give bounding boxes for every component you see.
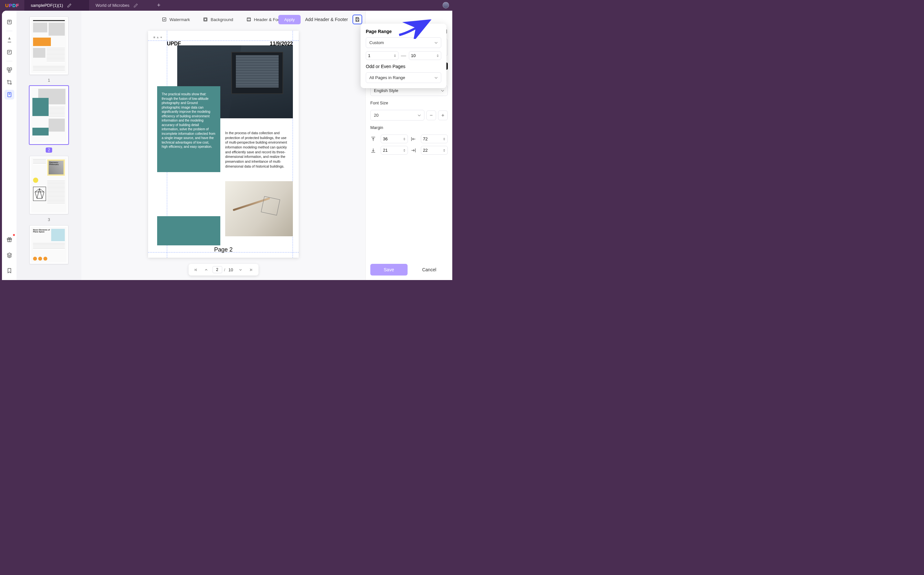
shape-markers: ■ ▲ ●	[153, 35, 162, 39]
margin-left-input[interactable]: 72	[421, 135, 448, 143]
range-dash: —	[401, 53, 406, 59]
chevron-down-icon	[434, 41, 438, 44]
pencil-icon	[67, 3, 71, 8]
bookmark-icon[interactable]	[5, 266, 14, 275]
last-page-button[interactable]	[247, 266, 255, 273]
tool-reader[interactable]	[5, 17, 14, 27]
tab-label: samplePDF(1)(1)	[31, 3, 63, 8]
page-range-title: Page Range	[366, 29, 441, 34]
page-range-mode-select[interactable]: Custom	[366, 37, 441, 48]
background-icon	[203, 17, 208, 22]
titlebar: UPDF samplePDF(1)(1) World of Microbes +	[0, 0, 452, 11]
watermark-tab[interactable]: Watermark	[162, 17, 190, 22]
prev-page-button[interactable]	[202, 266, 210, 273]
font-size-label: Font Size	[370, 100, 448, 105]
thumbnail-page-2[interactable]	[30, 86, 68, 144]
page-preview: ■ ▲ ● UPDF 11/9/2022 The practical resul…	[148, 31, 299, 258]
svg-rect-8	[163, 18, 166, 21]
add-tab-button[interactable]: +	[154, 0, 163, 11]
app-logo: UPDF	[0, 3, 24, 8]
floppy-icon	[355, 17, 360, 22]
tool-organize[interactable]	[5, 65, 14, 75]
header-footer-icon	[246, 17, 251, 22]
apply-button[interactable]: Apply	[278, 15, 301, 24]
background-tab[interactable]: Background	[203, 17, 233, 22]
tab-world-of-microbes[interactable]: World of Microbes	[89, 0, 154, 11]
margin-bottom-icon	[370, 148, 376, 153]
thumbnail-panel: 1 2 Geometric Philosophy 3	[16, 11, 81, 280]
save-template-button[interactable]	[352, 14, 362, 24]
fs-value: 20	[374, 113, 379, 118]
watermark-icon	[162, 17, 167, 22]
svg-rect-4	[8, 71, 10, 72]
thumbnail-page-1[interactable]	[30, 16, 68, 75]
margin-bottom-input[interactable]: 21	[381, 146, 408, 155]
page-total: 10	[227, 267, 234, 272]
thumbnail-page-3[interactable]: Geometric Philosophy	[30, 156, 68, 214]
cancel-button[interactable]: Cancel	[411, 264, 448, 275]
page-footer-text: Page 2	[148, 246, 299, 253]
margin-right-icon	[410, 148, 416, 153]
page-text-block-1: The practical results show that: through…	[157, 86, 220, 172]
page-block-3	[157, 216, 220, 245]
left-toolbar	[2, 11, 16, 280]
odd-even-select[interactable]: All Pages in Range	[366, 72, 441, 83]
svg-rect-10	[204, 19, 207, 21]
pencil-icon	[133, 3, 138, 8]
chevron-down-icon	[434, 76, 438, 79]
tool-annotate[interactable]	[5, 35, 14, 45]
svg-rect-2	[7, 68, 9, 70]
svg-rect-11	[247, 18, 250, 21]
page-range-mode: Custom	[369, 40, 384, 45]
pnf-value: English Style	[374, 88, 398, 93]
font-size-select[interactable]: 20	[370, 110, 425, 121]
font-size-increase[interactable]: +	[438, 111, 448, 120]
save-button[interactable]: Save	[370, 264, 407, 275]
tool-page-tools[interactable]	[5, 90, 14, 100]
range-to-input[interactable]: 10	[409, 51, 442, 60]
thumbnail-page-4[interactable]: Basic Elements ofPlane Space	[30, 225, 68, 264]
chevron-down-icon	[418, 114, 421, 117]
font-size-decrease[interactable]: −	[426, 111, 436, 120]
margin-right-input[interactable]: 22	[421, 146, 448, 155]
thumbnail-number: 3	[48, 218, 50, 222]
gift-icon[interactable]	[5, 235, 14, 245]
page-image-bottom	[225, 181, 293, 236]
watermark-label: Watermark	[170, 17, 190, 22]
odd-even-value: All Pages in Range	[369, 75, 405, 80]
tool-edit-text[interactable]	[5, 47, 14, 57]
avatar[interactable]	[442, 2, 449, 8]
layers-icon[interactable]	[5, 250, 14, 260]
odd-even-title: Odd or Even Pages	[366, 64, 441, 69]
chevron-down-icon	[441, 89, 444, 92]
tab-label: World of Microbes	[95, 3, 130, 8]
page-input[interactable]	[212, 266, 222, 273]
thumbnail-number: 2	[46, 148, 52, 152]
page-navigator: / 10	[188, 264, 258, 275]
page-text-block-2: In the process of data collection and pr…	[225, 130, 290, 169]
margin-label: Margin	[370, 125, 448, 130]
page-range-popover: Page Range Custom 1 — 10 Odd or Even Pag…	[361, 24, 447, 88]
pager-separator: /	[224, 267, 225, 272]
range-from-input[interactable]: 1	[366, 51, 398, 60]
document-tabs: samplePDF(1)(1) World of Microbes +	[24, 0, 163, 11]
margin-top-input[interactable]: 36	[381, 135, 408, 143]
margin-left-icon	[410, 136, 416, 142]
margin-top-icon	[370, 136, 376, 142]
svg-rect-3	[10, 68, 11, 70]
tool-crop[interactable]	[5, 78, 14, 87]
panel-title: Add Header & Footer	[305, 17, 348, 22]
thumbnail-number: 1	[48, 78, 50, 83]
next-page-button[interactable]	[236, 266, 245, 273]
background-label: Background	[211, 17, 233, 22]
tab-sample-pdf[interactable]: samplePDF(1)(1)	[24, 0, 89, 11]
first-page-button[interactable]	[192, 266, 200, 273]
